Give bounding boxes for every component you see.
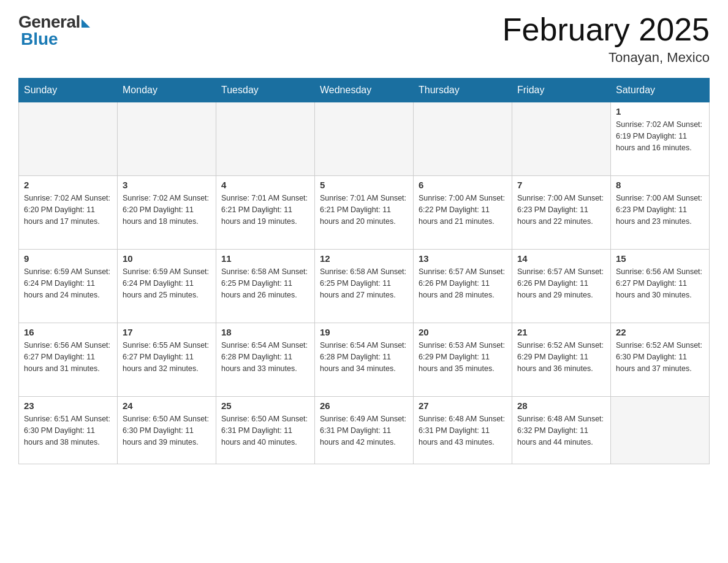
day-info: Sunrise: 6:59 AM Sunset: 6:24 PM Dayligh… — [24, 266, 112, 301]
calendar-day-cell — [216, 102, 315, 176]
calendar-day-cell: 25Sunrise: 6:50 AM Sunset: 6:31 PM Dayli… — [216, 397, 315, 464]
calendar-day-header: Tuesday — [216, 79, 315, 102]
calendar-day-cell: 12Sunrise: 6:58 AM Sunset: 6:25 PM Dayli… — [315, 250, 414, 323]
calendar-day-cell: 22Sunrise: 6:52 AM Sunset: 6:30 PM Dayli… — [611, 323, 710, 397]
day-info: Sunrise: 7:00 AM Sunset: 6:23 PM Dayligh… — [616, 193, 704, 227]
page-header: General Blue February 2025 Tonayan, Mexi… — [18, 12, 710, 66]
calendar-day-cell: 7Sunrise: 7:00 AM Sunset: 6:23 PM Daylig… — [512, 176, 611, 250]
calendar-day-header: Monday — [118, 79, 216, 102]
calendar-day-cell: 4Sunrise: 7:01 AM Sunset: 6:21 PM Daylig… — [216, 176, 315, 250]
day-info: Sunrise: 6:49 AM Sunset: 6:31 PM Dayligh… — [320, 413, 408, 448]
day-number: 20 — [419, 327, 507, 337]
day-number: 14 — [517, 253, 605, 264]
logo-blue-text: Blue — [18, 29, 58, 49]
calendar-week-row: 16Sunrise: 6:56 AM Sunset: 6:27 PM Dayli… — [19, 323, 710, 397]
day-number: 12 — [320, 253, 408, 264]
day-info: Sunrise: 6:56 AM Sunset: 6:27 PM Dayligh… — [24, 340, 112, 374]
calendar-day-cell: 28Sunrise: 6:48 AM Sunset: 6:32 PM Dayli… — [512, 397, 611, 464]
calendar-day-cell: 24Sunrise: 6:50 AM Sunset: 6:30 PM Dayli… — [118, 397, 216, 464]
calendar-day-cell — [611, 397, 710, 464]
day-info: Sunrise: 6:54 AM Sunset: 6:28 PM Dayligh… — [221, 340, 309, 374]
calendar-day-cell: 14Sunrise: 6:57 AM Sunset: 6:26 PM Dayli… — [512, 250, 611, 323]
day-info: Sunrise: 6:58 AM Sunset: 6:25 PM Dayligh… — [221, 266, 309, 301]
day-info: Sunrise: 6:52 AM Sunset: 6:30 PM Dayligh… — [616, 340, 704, 374]
day-info: Sunrise: 7:02 AM Sunset: 6:20 PM Dayligh… — [24, 193, 112, 227]
calendar-day-cell: 3Sunrise: 7:02 AM Sunset: 6:20 PM Daylig… — [118, 176, 216, 250]
day-info: Sunrise: 6:48 AM Sunset: 6:32 PM Dayligh… — [517, 413, 605, 448]
calendar-day-cell — [118, 102, 216, 176]
calendar-day-cell: 11Sunrise: 6:58 AM Sunset: 6:25 PM Dayli… — [216, 250, 315, 323]
calendar-week-row: 1Sunrise: 7:02 AM Sunset: 6:19 PM Daylig… — [19, 102, 710, 176]
day-number: 19 — [320, 327, 408, 337]
day-number: 1 — [616, 106, 704, 117]
day-number: 28 — [517, 400, 605, 411]
day-number: 25 — [221, 400, 309, 411]
day-info: Sunrise: 6:58 AM Sunset: 6:25 PM Dayligh… — [320, 266, 408, 301]
day-info: Sunrise: 7:00 AM Sunset: 6:22 PM Dayligh… — [419, 193, 507, 227]
day-number: 13 — [419, 253, 507, 264]
day-number: 11 — [221, 253, 309, 264]
day-info: Sunrise: 6:48 AM Sunset: 6:31 PM Dayligh… — [419, 413, 507, 448]
calendar-day-cell: 5Sunrise: 7:01 AM Sunset: 6:21 PM Daylig… — [315, 176, 414, 250]
location-text: Tonayan, Mexico — [502, 50, 710, 66]
logo-arrow-icon — [82, 19, 90, 28]
day-number: 9 — [24, 253, 112, 264]
logo: General Blue — [18, 12, 90, 49]
calendar-week-row: 9Sunrise: 6:59 AM Sunset: 6:24 PM Daylig… — [19, 250, 710, 323]
day-info: Sunrise: 6:50 AM Sunset: 6:30 PM Dayligh… — [123, 413, 211, 448]
calendar-day-cell: 10Sunrise: 6:59 AM Sunset: 6:24 PM Dayli… — [118, 250, 216, 323]
calendar-day-cell — [414, 102, 512, 176]
calendar-day-cell: 19Sunrise: 6:54 AM Sunset: 6:28 PM Dayli… — [315, 323, 414, 397]
calendar-day-cell: 17Sunrise: 6:55 AM Sunset: 6:27 PM Dayli… — [118, 323, 216, 397]
day-number: 10 — [123, 253, 211, 264]
calendar-table: SundayMondayTuesdayWednesdayThursdayFrid… — [18, 78, 710, 464]
day-info: Sunrise: 6:51 AM Sunset: 6:30 PM Dayligh… — [24, 413, 112, 448]
day-number: 6 — [419, 180, 507, 190]
day-info: Sunrise: 7:00 AM Sunset: 6:23 PM Dayligh… — [517, 193, 605, 227]
month-title: February 2025 — [502, 12, 710, 47]
calendar-day-cell: 16Sunrise: 6:56 AM Sunset: 6:27 PM Dayli… — [19, 323, 118, 397]
day-number: 18 — [221, 327, 309, 337]
day-info: Sunrise: 6:56 AM Sunset: 6:27 PM Dayligh… — [616, 266, 704, 301]
calendar-day-cell: 13Sunrise: 6:57 AM Sunset: 6:26 PM Dayli… — [414, 250, 512, 323]
day-number: 17 — [123, 327, 211, 337]
calendar-day-cell: 15Sunrise: 6:56 AM Sunset: 6:27 PM Dayli… — [611, 250, 710, 323]
calendar-day-cell: 27Sunrise: 6:48 AM Sunset: 6:31 PM Dayli… — [414, 397, 512, 464]
calendar-day-cell — [19, 102, 118, 176]
calendar-day-cell: 2Sunrise: 7:02 AM Sunset: 6:20 PM Daylig… — [19, 176, 118, 250]
calendar-header-row: SundayMondayTuesdayWednesdayThursdayFrid… — [19, 79, 710, 102]
calendar-day-header: Wednesday — [315, 79, 414, 102]
title-block: February 2025 Tonayan, Mexico — [502, 12, 710, 66]
calendar-day-cell: 26Sunrise: 6:49 AM Sunset: 6:31 PM Dayli… — [315, 397, 414, 464]
day-number: 21 — [517, 327, 605, 337]
day-number: 5 — [320, 180, 408, 190]
day-number: 22 — [616, 327, 704, 337]
day-number: 27 — [419, 400, 507, 411]
calendar-day-header: Thursday — [414, 79, 512, 102]
calendar-day-cell: 1Sunrise: 7:02 AM Sunset: 6:19 PM Daylig… — [611, 102, 710, 176]
calendar-day-cell — [315, 102, 414, 176]
day-number: 7 — [517, 180, 605, 190]
day-number: 24 — [123, 400, 211, 411]
calendar-day-cell — [512, 102, 611, 176]
day-number: 16 — [24, 327, 112, 337]
day-number: 4 — [221, 180, 309, 190]
calendar-day-cell: 18Sunrise: 6:54 AM Sunset: 6:28 PM Dayli… — [216, 323, 315, 397]
calendar-day-cell: 20Sunrise: 6:53 AM Sunset: 6:29 PM Dayli… — [414, 323, 512, 397]
day-number: 15 — [616, 253, 704, 264]
day-info: Sunrise: 7:01 AM Sunset: 6:21 PM Dayligh… — [320, 193, 408, 227]
calendar-day-header: Friday — [512, 79, 611, 102]
calendar-day-header: Saturday — [611, 79, 710, 102]
day-info: Sunrise: 6:52 AM Sunset: 6:29 PM Dayligh… — [517, 340, 605, 374]
day-info: Sunrise: 6:57 AM Sunset: 6:26 PM Dayligh… — [419, 266, 507, 301]
day-info: Sunrise: 7:01 AM Sunset: 6:21 PM Dayligh… — [221, 193, 309, 227]
calendar-day-cell: 9Sunrise: 6:59 AM Sunset: 6:24 PM Daylig… — [19, 250, 118, 323]
calendar-week-row: 23Sunrise: 6:51 AM Sunset: 6:30 PM Dayli… — [19, 397, 710, 464]
day-info: Sunrise: 6:53 AM Sunset: 6:29 PM Dayligh… — [419, 340, 507, 374]
day-info: Sunrise: 6:55 AM Sunset: 6:27 PM Dayligh… — [123, 340, 211, 374]
day-info: Sunrise: 6:50 AM Sunset: 6:31 PM Dayligh… — [221, 413, 309, 448]
day-number: 26 — [320, 400, 408, 411]
day-info: Sunrise: 7:02 AM Sunset: 6:20 PM Dayligh… — [123, 193, 211, 227]
day-info: Sunrise: 6:57 AM Sunset: 6:26 PM Dayligh… — [517, 266, 605, 301]
calendar-day-cell: 6Sunrise: 7:00 AM Sunset: 6:22 PM Daylig… — [414, 176, 512, 250]
